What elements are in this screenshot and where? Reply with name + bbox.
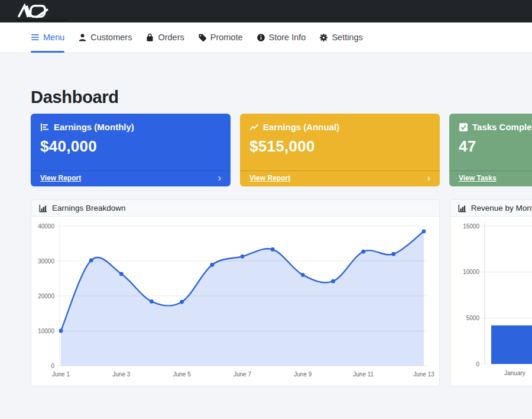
nav-item-customers[interactable]: Customers [78, 22, 132, 52]
card-title-row: Earnings (Annual) [249, 122, 430, 132]
nav-item-label: Promote [210, 33, 243, 42]
svg-text:0: 0 [51, 363, 54, 369]
svg-text:June 5: June 5 [173, 371, 191, 378]
chart-card-header: Revenue by Month [450, 200, 532, 217]
nav-item-label: Settings [332, 33, 362, 42]
nav-item-promote[interactable]: Promote [198, 22, 243, 52]
chart-title: Earnings Breakdown [52, 204, 126, 212]
svg-text:10000: 10000 [463, 269, 479, 275]
info-circle-icon [257, 33, 265, 42]
bar-chart-icon [458, 204, 466, 212]
view-report-link[interactable]: View Report [40, 174, 81, 182]
top-header-bar [0, 0, 532, 22]
svg-text:June 9: June 9 [294, 371, 312, 378]
card-body: Earnings (Annual) $515,000 [240, 114, 440, 170]
card-body: Tasks Completed 47 [449, 114, 532, 170]
main-navigation: Menu Customers Orders Promote [0, 22, 532, 53]
earnings-breakdown-card: Earnings Breakdown 010000200003000040000… [31, 199, 440, 386]
svg-text:June 7: June 7 [233, 371, 251, 378]
chevron-right-icon[interactable]: › [218, 174, 221, 182]
card-footer: View Tasks › [449, 170, 532, 186]
earnings-annual-card: Earnings (Annual) $515,000 View Report › [240, 114, 440, 186]
tasks-completed-card: Tasks Completed 47 View Tasks › [449, 114, 532, 186]
card-title: Earnings (Monthly) [54, 122, 134, 132]
horizontal-bar-chart-icon [40, 123, 50, 132]
svg-text:15000: 15000 [463, 223, 479, 230]
main-content: Dashboard Earnings (Monthly) $40,000 Vie… [0, 88, 532, 386]
nav-item-menu[interactable]: Menu [31, 22, 64, 52]
nav-item-label: Store Info [269, 33, 306, 42]
card-title: Tasks Completed [472, 122, 532, 132]
nav-item-label: Menu [43, 33, 64, 42]
card-title: Earnings (Annual) [263, 122, 339, 132]
nav-item-label: Orders [158, 33, 184, 42]
card-footer: View Report › [240, 170, 440, 186]
chart-body: 050001000015000January [450, 217, 532, 386]
charts-row: Earnings Breakdown 010000200003000040000… [31, 199, 532, 386]
chart-title: Revenue by Month [471, 204, 532, 212]
bar-chart-icon [39, 204, 47, 212]
card-value: $515,000 [249, 137, 430, 156]
brand-logo-icon[interactable] [17, 4, 51, 19]
nav-item-store-info[interactable]: Store Info [257, 22, 306, 52]
svg-text:June 1: June 1 [52, 371, 70, 378]
card-title-row: Earnings (Monthly) [40, 122, 221, 132]
gear-icon [319, 33, 328, 42]
view-report-link[interactable]: View Report [249, 174, 290, 182]
app-root: Menu Customers Orders Promote [0, 0, 532, 386]
view-tasks-link[interactable]: View Tasks [459, 174, 497, 182]
svg-text:40000: 40000 [38, 223, 54, 230]
chart-body: 010000200003000040000June 1June 3June 5J… [31, 217, 439, 386]
active-tab-underline [31, 51, 64, 53]
revenue-by-month-card: Revenue by Month 050001000015000January [450, 199, 532, 386]
tag-icon [198, 33, 207, 42]
chevron-right-icon[interactable]: › [427, 174, 430, 182]
hamburger-icon [31, 33, 40, 41]
nav-item-label: Customers [90, 33, 132, 42]
card-value: $40,000 [40, 137, 221, 156]
logo-underline [15, 20, 67, 21]
card-title-row: Tasks Completed [459, 122, 532, 132]
person-icon [78, 33, 87, 42]
nav-item-settings[interactable]: Settings [319, 22, 362, 52]
revenue-by-month-chart: 050001000015000January [450, 217, 532, 386]
stat-cards-row: Earnings (Monthly) $40,000 View Report ›… [31, 114, 532, 186]
svg-text:June 3: June 3 [112, 371, 130, 378]
card-body: Earnings (Monthly) $40,000 [31, 114, 231, 170]
svg-text:5000: 5000 [466, 315, 479, 321]
check-square-icon [459, 123, 468, 132]
nav-item-orders[interactable]: Orders [145, 22, 184, 52]
svg-text:0: 0 [476, 361, 479, 368]
shopping-bag-icon [145, 33, 154, 42]
earnings-monthly-card: Earnings (Monthly) $40,000 View Report › [31, 114, 231, 186]
page-title: Dashboard [31, 88, 532, 107]
earnings-breakdown-chart: 010000200003000040000June 1June 3June 5J… [31, 217, 440, 386]
svg-text:30000: 30000 [38, 258, 54, 265]
svg-text:10000: 10000 [38, 328, 54, 334]
svg-text:June 11: June 11 [353, 371, 374, 378]
line-chart-icon [249, 123, 259, 132]
chart-card-header: Earnings Breakdown [31, 200, 439, 217]
card-value: 47 [459, 137, 532, 156]
svg-text:20000: 20000 [38, 293, 54, 299]
svg-text:January: January [504, 370, 525, 376]
svg-text:June 13: June 13 [413, 371, 434, 378]
card-footer: View Report › [31, 170, 231, 186]
